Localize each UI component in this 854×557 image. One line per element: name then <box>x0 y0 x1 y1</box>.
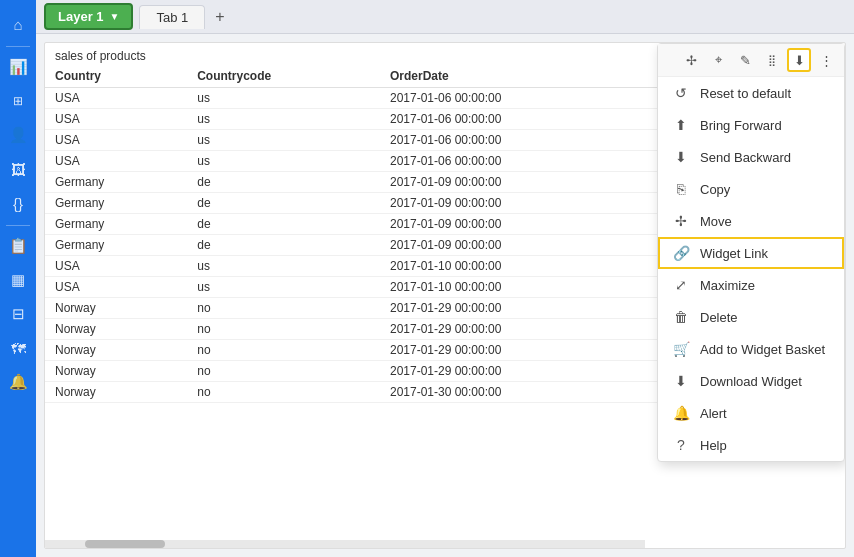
cell-r2-c0: USA <box>45 130 187 151</box>
sidebar: ⌂ 📊 ⊞ 👤 🖼 {} 📋 ▦ ⊟ 🗺 🔔 <box>0 0 36 557</box>
sidebar-icon-data[interactable]: 📋 <box>2 230 34 262</box>
menu-item-icon-send-backward: ⬇ <box>672 149 690 165</box>
widget-area: sales of products Country Countrycode Or… <box>44 42 846 549</box>
cell-r5-c0: Germany <box>45 193 187 214</box>
cell-r8-c2: 2017-01-10 00:00:00 <box>380 256 650 277</box>
menu-item-icon-help: ? <box>672 437 690 453</box>
cell-r1-c2: 2017-01-06 00:00:00 <box>380 109 650 130</box>
tab-bar: Layer 1 ▼ Tab 1 + <box>36 0 854 34</box>
menu-item-icon-maximize: ⤢ <box>672 277 690 293</box>
menu-item-delete[interactable]: 🗑Delete <box>658 301 844 333</box>
cell-r14-c2: 2017-01-30 00:00:00 <box>380 382 650 403</box>
cell-r3-c2: 2017-01-06 00:00:00 <box>380 151 650 172</box>
menu-item-icon-reset-to-default: ↺ <box>672 85 690 101</box>
cell-r9-c0: USA <box>45 277 187 298</box>
cell-r6-c2: 2017-01-09 00:00:00 <box>380 214 650 235</box>
menu-item-reset-to-default[interactable]: ↺Reset to default <box>658 77 844 109</box>
cell-r5-c1: de <box>187 193 380 214</box>
tab-tab1-label: Tab 1 <box>156 10 188 25</box>
sidebar-icon-code[interactable]: {} <box>2 187 34 219</box>
menu-item-label-send-backward: Send Backward <box>700 150 791 165</box>
cell-r6-c1: de <box>187 214 380 235</box>
horizontal-scrollbar[interactable] <box>45 540 645 548</box>
ctx-download-icon[interactable]: ⬇ <box>787 48 811 72</box>
cell-r11-c2: 2017-01-29 00:00:00 <box>380 319 650 340</box>
menu-item-help[interactable]: ?Help <box>658 429 844 461</box>
cell-r12-c0: Norway <box>45 340 187 361</box>
menu-item-icon-widget-link: 🔗 <box>672 245 690 261</box>
cell-r0-c0: USA <box>45 88 187 109</box>
cell-r4-c0: Germany <box>45 172 187 193</box>
cell-r13-c0: Norway <box>45 361 187 382</box>
col-header-country: Country <box>45 65 187 88</box>
menu-item-label-copy: Copy <box>700 182 730 197</box>
add-tab-button[interactable]: + <box>209 8 230 26</box>
cell-r14-c0: Norway <box>45 382 187 403</box>
scrollbar-thumb[interactable] <box>85 540 165 548</box>
menu-item-add-to-widget-basket[interactable]: 🛒Add to Widget Basket <box>658 333 844 365</box>
sidebar-icon-table[interactable]: ▦ <box>2 264 34 296</box>
ctx-edit-icon[interactable]: ✎ <box>733 48 757 72</box>
cell-r9-c1: us <box>187 277 380 298</box>
sidebar-icon-image[interactable]: 🖼 <box>2 153 34 185</box>
cell-r13-c2: 2017-01-29 00:00:00 <box>380 361 650 382</box>
menu-item-label-maximize: Maximize <box>700 278 755 293</box>
cell-r2-c1: us <box>187 130 380 151</box>
cell-r3-c0: USA <box>45 151 187 172</box>
cell-r14-c1: no <box>187 382 380 403</box>
main-area: Layer 1 ▼ Tab 1 + sales of products Coun… <box>36 0 854 557</box>
menu-item-maximize[interactable]: ⤢Maximize <box>658 269 844 301</box>
sidebar-icon-home[interactable]: ⌂ <box>2 8 34 40</box>
cell-r4-c1: de <box>187 172 380 193</box>
menu-item-label-delete: Delete <box>700 310 738 325</box>
context-menu: ✢ ⌖ ✎ ⣿ ⬇ ⋮ ↺Reset to default⬆Bring Forw… <box>657 43 845 462</box>
menu-item-icon-alert: 🔔 <box>672 405 690 421</box>
cell-r1-c0: USA <box>45 109 187 130</box>
menu-item-move[interactable]: ✢Move <box>658 205 844 237</box>
menu-item-icon-move: ✢ <box>672 213 690 229</box>
cell-r10-c1: no <box>187 298 380 319</box>
cell-r0-c2: 2017-01-06 00:00:00 <box>380 88 650 109</box>
cell-r7-c1: de <box>187 235 380 256</box>
cell-r9-c2: 2017-01-10 00:00:00 <box>380 277 650 298</box>
tab-layer1-label: Layer 1 <box>58 9 104 24</box>
menu-item-icon-copy: ⎘ <box>672 181 690 197</box>
chevron-down-icon: ▼ <box>110 11 120 22</box>
menu-item-bring-forward[interactable]: ⬆Bring Forward <box>658 109 844 141</box>
sidebar-icon-chart[interactable]: 📊 <box>2 51 34 83</box>
menu-item-label-download-widget: Download Widget <box>700 374 802 389</box>
sidebar-icon-person[interactable]: 👤 <box>2 119 34 151</box>
cell-r10-c0: Norway <box>45 298 187 319</box>
menu-item-download-widget[interactable]: ⬇Download Widget <box>658 365 844 397</box>
menu-item-send-backward[interactable]: ⬇Send Backward <box>658 141 844 173</box>
ctx-crosshair-icon[interactable]: ⌖ <box>706 48 730 72</box>
tab-tab1[interactable]: Tab 1 <box>139 5 205 29</box>
menu-item-label-alert: Alert <box>700 406 727 421</box>
sidebar-icon-map[interactable]: 🗺 <box>2 332 34 364</box>
cell-r2-c2: 2017-01-06 00:00:00 <box>380 130 650 151</box>
cell-r11-c0: Norway <box>45 319 187 340</box>
cell-r10-c2: 2017-01-29 00:00:00 <box>380 298 650 319</box>
sidebar-icon-filter[interactable]: ⊟ <box>2 298 34 330</box>
menu-item-alert[interactable]: 🔔Alert <box>658 397 844 429</box>
menu-item-widget-link[interactable]: 🔗Widget Link <box>658 237 844 269</box>
sidebar-icon-bell[interactable]: 🔔 <box>2 366 34 398</box>
menu-item-label-help: Help <box>700 438 727 453</box>
cell-r8-c0: USA <box>45 256 187 277</box>
ctx-move-icon[interactable]: ✢ <box>679 48 703 72</box>
sidebar-icon-layers[interactable]: ⊞ <box>2 85 34 117</box>
cell-r11-c1: no <box>187 319 380 340</box>
menu-item-copy[interactable]: ⎘Copy <box>658 173 844 205</box>
tab-layer1[interactable]: Layer 1 ▼ <box>44 3 133 30</box>
context-menu-header: ✢ ⌖ ✎ ⣿ ⬇ ⋮ <box>658 44 844 77</box>
cell-r0-c1: us <box>187 88 380 109</box>
cell-r5-c2: 2017-01-09 00:00:00 <box>380 193 650 214</box>
menu-item-label-add-to-widget-basket: Add to Widget Basket <box>700 342 825 357</box>
ctx-more-icon[interactable]: ⋮ <box>814 48 838 72</box>
col-header-countrycode: Countrycode <box>187 65 380 88</box>
cell-r7-c0: Germany <box>45 235 187 256</box>
cell-r13-c1: no <box>187 361 380 382</box>
cell-r12-c1: no <box>187 340 380 361</box>
menu-item-label-bring-forward: Bring Forward <box>700 118 782 133</box>
ctx-grid-icon[interactable]: ⣿ <box>760 48 784 72</box>
